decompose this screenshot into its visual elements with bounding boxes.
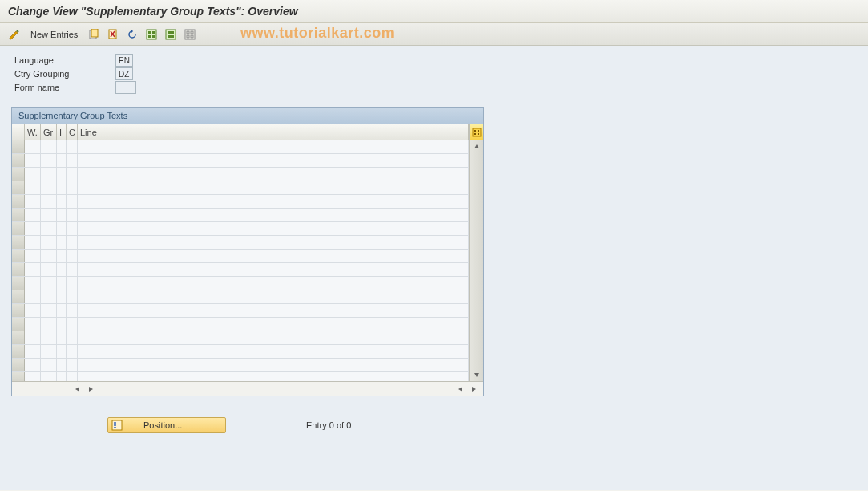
- cell-w[interactable]: [25, 263, 41, 276]
- cell-c[interactable]: [67, 140, 78, 153]
- cell-w[interactable]: [25, 154, 41, 167]
- row-selector[interactable]: [12, 181, 25, 194]
- cell-c[interactable]: [67, 222, 78, 235]
- row-selector[interactable]: [12, 359, 25, 371]
- cell-i[interactable]: [57, 372, 67, 381]
- table-row[interactable]: [12, 236, 469, 250]
- position-button[interactable]: Position...: [107, 417, 226, 433]
- scroll-up-icon[interactable]: [471, 141, 482, 152]
- row-selector[interactable]: [12, 331, 25, 344]
- cell-w[interactable]: [25, 372, 41, 381]
- cell-i[interactable]: [57, 195, 67, 208]
- cell-w[interactable]: [25, 181, 41, 194]
- cell-gr[interactable]: [41, 154, 57, 167]
- cell-i[interactable]: [57, 331, 67, 344]
- cell-c[interactable]: [67, 154, 78, 167]
- scroll-right2-icon[interactable]: [468, 383, 479, 395]
- cell-c[interactable]: [67, 277, 78, 290]
- cell-line[interactable]: [78, 195, 469, 208]
- scroll-left2-icon[interactable]: [455, 383, 466, 395]
- cell-c[interactable]: [67, 372, 78, 381]
- cell-i[interactable]: [57, 168, 67, 181]
- row-selector[interactable]: [12, 290, 25, 303]
- cell-line[interactable]: [78, 304, 469, 317]
- table-row[interactable]: [12, 154, 469, 168]
- cell-i[interactable]: [57, 222, 67, 235]
- table-settings-icon[interactable]: [469, 124, 483, 140]
- table-row[interactable]: [12, 304, 469, 318]
- cell-c[interactable]: [67, 181, 78, 194]
- row-selector[interactable]: [12, 236, 25, 249]
- cell-c[interactable]: [67, 318, 78, 331]
- cell-w[interactable]: [25, 277, 41, 290]
- row-selector[interactable]: [12, 222, 25, 235]
- table-row[interactable]: [12, 181, 469, 195]
- cell-c[interactable]: [67, 209, 78, 221]
- row-selector[interactable]: [12, 250, 25, 262]
- cell-line[interactable]: [78, 318, 469, 331]
- table-row[interactable]: [12, 331, 469, 345]
- table-row[interactable]: [12, 209, 469, 222]
- table-row[interactable]: [12, 140, 469, 154]
- cell-line[interactable]: [78, 331, 469, 344]
- deselect-all-icon[interactable]: [182, 26, 198, 43]
- table-row[interactable]: [12, 372, 469, 381]
- ctry-grouping-field[interactable]: [115, 67, 133, 80]
- new-entries-button[interactable]: New Entries: [26, 28, 83, 41]
- cell-w[interactable]: [25, 140, 41, 153]
- table-row[interactable]: [12, 318, 469, 331]
- cell-i[interactable]: [57, 181, 67, 194]
- cell-w[interactable]: [25, 209, 41, 221]
- cell-line[interactable]: [78, 290, 469, 303]
- toggle-change-icon[interactable]: [6, 26, 22, 43]
- cell-c[interactable]: [67, 250, 78, 262]
- row-selector[interactable]: [12, 277, 25, 290]
- copy-icon[interactable]: [86, 26, 102, 43]
- cell-line[interactable]: [78, 222, 469, 235]
- cell-gr[interactable]: [41, 277, 57, 290]
- cell-w[interactable]: [25, 168, 41, 181]
- cell-c[interactable]: [67, 263, 78, 276]
- cell-i[interactable]: [57, 154, 67, 167]
- cell-gr[interactable]: [41, 318, 57, 331]
- cell-w[interactable]: [25, 331, 41, 344]
- table-row[interactable]: [12, 195, 469, 209]
- cell-i[interactable]: [57, 290, 67, 303]
- cell-i[interactable]: [57, 263, 67, 276]
- cell-line[interactable]: [78, 359, 469, 371]
- cell-line[interactable]: [78, 250, 469, 262]
- cell-gr[interactable]: [41, 250, 57, 262]
- cell-w[interactable]: [25, 359, 41, 371]
- cell-c[interactable]: [67, 290, 78, 303]
- cell-gr[interactable]: [41, 331, 57, 344]
- cell-c[interactable]: [67, 236, 78, 249]
- cell-line[interactable]: [78, 154, 469, 167]
- cell-gr[interactable]: [41, 290, 57, 303]
- cell-w[interactable]: [25, 345, 41, 358]
- select-all-icon[interactable]: [143, 26, 159, 43]
- row-selector[interactable]: [12, 318, 25, 331]
- cell-gr[interactable]: [41, 304, 57, 317]
- col-c[interactable]: C: [67, 124, 78, 140]
- row-selector[interactable]: [12, 195, 25, 208]
- cell-gr[interactable]: [41, 359, 57, 371]
- row-selector[interactable]: [12, 263, 25, 276]
- table-row[interactable]: [12, 290, 469, 304]
- col-gr[interactable]: Gr: [41, 124, 57, 140]
- row-selector[interactable]: [12, 154, 25, 167]
- cell-line[interactable]: [78, 236, 469, 249]
- cell-gr[interactable]: [41, 236, 57, 249]
- cell-gr[interactable]: [41, 195, 57, 208]
- cell-gr[interactable]: [41, 181, 57, 194]
- row-selector[interactable]: [12, 168, 25, 181]
- cell-i[interactable]: [57, 345, 67, 358]
- row-selector[interactable]: [12, 140, 25, 153]
- cell-i[interactable]: [57, 209, 67, 221]
- vscroll-track[interactable]: [470, 153, 483, 368]
- hscroll-track[interactable]: [100, 385, 451, 393]
- select-block-icon[interactable]: [163, 26, 179, 43]
- table-row[interactable]: [12, 250, 469, 263]
- cell-i[interactable]: [57, 304, 67, 317]
- form-name-field[interactable]: [115, 81, 136, 94]
- cell-gr[interactable]: [41, 372, 57, 381]
